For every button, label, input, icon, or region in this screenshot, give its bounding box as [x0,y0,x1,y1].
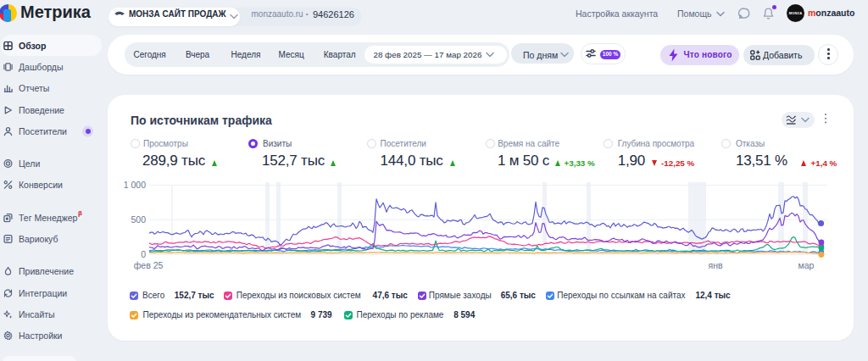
svg-text:500: 500 [131,214,146,225]
svg-text:мар: мар [798,260,815,270]
svg-text:0: 0 [141,249,146,259]
svg-text:1 000: 1 000 [124,180,146,190]
svg-text:янв: янв [708,260,722,270]
svg-text:фев 25: фев 25 [134,260,164,270]
